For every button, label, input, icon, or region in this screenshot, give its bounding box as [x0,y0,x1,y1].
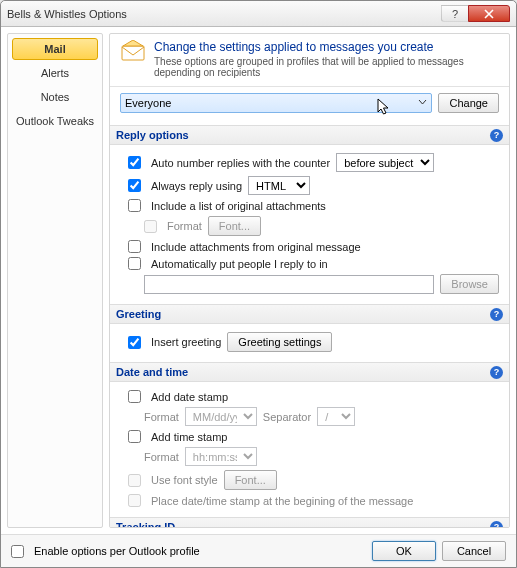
add-date-checkbox[interactable] [128,390,141,403]
help-button[interactable]: ? [441,5,469,22]
auto-number-label: Auto number replies with the counter [151,157,330,169]
insert-greeting-label: Insert greeting [151,336,221,348]
contacts-folder-input [144,275,434,294]
include-attach-label: Include attachments from original messag… [151,241,361,253]
svg-rect-1 [122,46,144,60]
add-time-checkbox[interactable] [128,430,141,443]
sidebar-item-outlook-tweaks[interactable]: Outlook Tweaks [12,110,98,132]
reply-format-select[interactable]: HTML [248,176,310,195]
section-greeting: Greeting ? [110,304,509,324]
auto-number-position-select[interactable]: before subject [336,153,434,172]
separator-select: / [317,407,355,426]
sidebar-item-notes[interactable]: Notes [12,86,98,108]
time-format-label: Format [144,451,179,463]
help-icon[interactable]: ? [490,308,503,321]
separator-label: Separator [263,411,311,423]
add-time-label: Add time stamp [151,431,227,443]
font-button: Font... [208,216,261,236]
enable-per-profile-checkbox[interactable] [11,545,24,558]
close-button[interactable] [468,5,510,22]
section-date-time: Date and time ? [110,362,509,382]
time-format-select: hh:mm:ss [185,447,257,466]
window-title: Bells & Whistles Options [7,8,442,20]
section-tracking-id: Tracking ID ? [110,517,509,527]
date-format-label: Format [144,411,179,423]
add-date-label: Add date stamp [151,391,228,403]
dt-font-button: Font... [224,470,277,490]
place-begin-checkbox [128,494,141,507]
mouse-cursor-icon [377,98,391,116]
main-panel: Change the settings applied to messages … [109,33,510,528]
profile-combo[interactable]: Everyone [120,93,432,113]
always-reply-label: Always reply using [151,180,242,192]
use-font-checkbox [128,474,141,487]
section-reply-options: Reply options ? [110,125,509,145]
profile-combo-value: Everyone [125,97,171,109]
sidebar-item-mail[interactable]: Mail [12,38,98,60]
greeting-settings-button[interactable]: Greeting settings [227,332,332,352]
help-icon[interactable]: ? [490,366,503,379]
include-list-checkbox[interactable] [128,199,141,212]
chevron-down-icon [418,98,427,107]
ok-button[interactable]: OK [372,541,436,561]
options-scroll[interactable]: Reply options ? Auto number replies with… [110,119,509,527]
sidebar-item-alerts[interactable]: Alerts [12,62,98,84]
auto-put-people-label: Automatically put people I reply to in [151,258,328,270]
sidebar: Mail Alerts Notes Outlook Tweaks [7,33,103,528]
header: Change the settings applied to messages … [110,34,509,87]
enable-per-profile-label: Enable options per Outlook profile [34,545,200,557]
place-begin-label: Place date/time stamp at the begining of… [151,495,413,507]
help-icon[interactable]: ? [490,521,503,528]
svg-text:?: ? [452,9,458,19]
auto-number-checkbox[interactable] [128,156,141,169]
browse-button: Browse [440,274,499,294]
header-title: Change the settings applied to messages … [154,40,499,54]
footer: Enable options per Outlook profile OK Ca… [1,534,516,567]
window-buttons: ? [442,5,510,22]
always-reply-checkbox[interactable] [128,179,141,192]
date-format-select: MM/dd/yyyy [185,407,257,426]
insert-greeting-checkbox[interactable] [128,336,141,349]
options-window: Bells & Whistles Options ? Mail Alerts N… [0,0,517,568]
auto-put-people-checkbox[interactable] [128,257,141,270]
include-attach-checkbox[interactable] [128,240,141,253]
header-subtitle: These options are grouped in profiles th… [154,56,499,78]
envelope-icon [120,40,146,78]
use-font-label: Use font style [151,474,218,486]
format-label: Format [167,220,202,232]
titlebar: Bells & Whistles Options ? [1,1,516,27]
change-button[interactable]: Change [438,93,499,113]
format-checkbox [144,220,157,233]
include-list-label: Include a list of original attachments [151,200,326,212]
cancel-button[interactable]: Cancel [442,541,506,561]
help-icon[interactable]: ? [490,129,503,142]
